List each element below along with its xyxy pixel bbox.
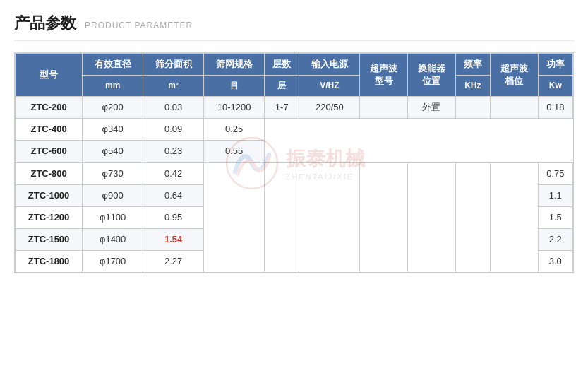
table-row: ZTC-200φ2000.0310-12001-7220/50外置0.18: [16, 96, 573, 118]
cell-area: 0.23: [143, 141, 204, 162]
cell-model: ZTC-400: [16, 119, 83, 141]
cell-model: ZTC-1200: [16, 206, 83, 228]
page-header: 产品参数 PRODUCT PARAMETER: [14, 13, 574, 41]
cell-diameter: φ200: [83, 96, 143, 118]
col-header-gear: 超声波档位: [490, 54, 538, 97]
cell-wattage: 0.55: [204, 141, 265, 162]
cell-transducer_model: [360, 96, 408, 118]
cell-layers: [265, 162, 299, 273]
cell-model: ZTC-600: [16, 141, 83, 162]
cell-power: 220/50: [299, 96, 360, 118]
product-table: 型号 有效直径 筛分面积 筛网规格 层数 输入电源 超声波型号 换能器位置 频率…: [15, 53, 573, 273]
cell-area: 0.09: [143, 119, 204, 141]
cell-diameter: φ540: [83, 141, 143, 162]
cell-diameter: φ900: [83, 184, 143, 206]
col-header-freq: 频率: [455, 54, 490, 76]
col-unit-wattage: Kw: [538, 76, 572, 97]
col-header-diameter: 有效直径: [83, 54, 143, 76]
cell-transducer_pos: [408, 162, 456, 273]
col-unit-power: V/HZ: [299, 76, 360, 97]
cell-model: ZTC-1800: [16, 251, 83, 273]
cell-transducer_model: [360, 162, 408, 273]
col-unit-layers: 层: [265, 76, 299, 97]
col-unit-area: m²: [143, 76, 204, 97]
cell-mesh: 10-1200: [204, 96, 265, 118]
cell-wattage: 2.2: [538, 229, 572, 251]
col-header-area: 筛分面积: [143, 54, 204, 76]
cell-gear: [490, 162, 538, 273]
col-header-layers: 层数: [265, 54, 299, 76]
col-unit-diameter: mm: [83, 76, 143, 97]
cell-power: [299, 162, 360, 273]
cell-area: 2.27: [143, 251, 204, 273]
col-header-model: 型号: [16, 54, 83, 97]
cell-layers: 1-7: [265, 96, 299, 118]
cell-wattage: 1.5: [538, 206, 572, 228]
cell-mesh: [204, 162, 265, 273]
cell-area: 0.95: [143, 206, 204, 228]
product-table-wrapper: 振泰机械 ZHENTAIJIXIE 型号 有效直径 筛分面积 筛网规格 层数 输…: [14, 52, 574, 273]
cell-freq: [455, 162, 490, 273]
cell-gear: [490, 96, 538, 118]
page-title-cn: 产品参数: [14, 13, 76, 34]
table-row: ZTC-800φ7300.420.75: [16, 162, 573, 184]
col-header-power-input: 输入电源: [299, 54, 360, 76]
cell-wattage: 0.25: [204, 119, 265, 141]
cell-area: 1.54: [143, 229, 204, 251]
table-row: ZTC-600φ5400.230.55: [16, 141, 573, 162]
page-title-en: PRODUCT PARAMETER: [85, 20, 193, 30]
cell-transducer_pos: 外置: [408, 96, 456, 118]
cell-wattage: 1.1: [538, 184, 572, 206]
col-header-mesh: 筛网规格: [204, 54, 265, 76]
cell-wattage: 0.18: [538, 96, 572, 118]
col-header-wattage: 功率: [538, 54, 572, 76]
cell-model: ZTC-800: [16, 162, 83, 184]
col-header-transducer-pos: 换能器位置: [408, 54, 456, 97]
cell-model: ZTC-1500: [16, 229, 83, 251]
table-body: ZTC-200φ2000.0310-12001-7220/50外置0.18ZTC…: [16, 96, 573, 273]
cell-area: 0.64: [143, 184, 204, 206]
col-header-transducer-model: 超声波型号: [360, 54, 408, 97]
cell-diameter: φ730: [83, 162, 143, 184]
col-unit-mesh: 目: [204, 76, 265, 97]
cell-diameter: φ1400: [83, 229, 143, 251]
cell-wattage: 0.75: [538, 162, 572, 184]
cell-diameter: φ1100: [83, 206, 143, 228]
cell-area: 0.03: [143, 96, 204, 118]
cell-diameter: φ340: [83, 119, 143, 141]
col-unit-freq: KHz: [455, 76, 490, 97]
cell-area: 0.42: [143, 162, 204, 184]
cell-model: ZTC-1000: [16, 184, 83, 206]
cell-wattage: 3.0: [538, 251, 572, 273]
cell-freq: [455, 96, 490, 118]
cell-diameter: φ1700: [83, 251, 143, 273]
table-row: ZTC-400φ3400.090.25: [16, 119, 573, 141]
cell-model: ZTC-200: [16, 96, 83, 118]
